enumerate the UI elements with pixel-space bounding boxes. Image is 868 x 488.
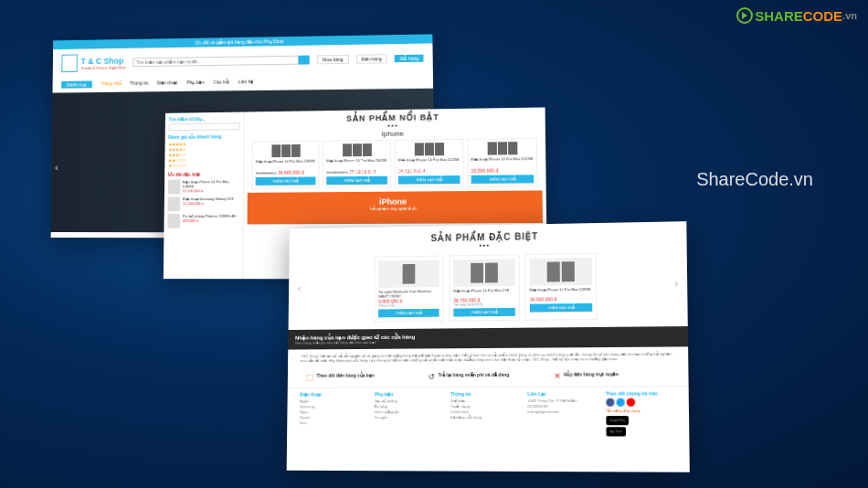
logo-name: T & C Shop xyxy=(80,56,125,65)
promo-subtitle: Trải nghiệm công nghệ tối ưu xyxy=(253,206,537,212)
feature-row: ⬚Theo dõi đơn hàng của bạn ↺Trả lại hàng… xyxy=(288,366,689,387)
search-button[interactable] xyxy=(299,56,310,65)
nav-home[interactable]: Trang chủ xyxy=(101,80,121,88)
rec-thumb xyxy=(168,196,181,211)
footer-link[interactable]: Tai nghe xyxy=(375,415,441,420)
footer-col-info: Thông tin xyxy=(450,391,518,397)
rec-item[interactable]: Điện thoại Samsung Galaxy S2322,500,000 … xyxy=(168,196,239,211)
add-to-cart-button[interactable]: THÊM VÀO GIỎ xyxy=(453,308,514,317)
add-to-cart-button[interactable]: THÊM VÀO GIỎ xyxy=(398,175,460,185)
product-card[interactable]: Điện thoại iPhone 12 Pro Max 128GB34,000… xyxy=(525,253,598,321)
watermark-copyright: Copyright © ShareCode.vn xyxy=(346,455,521,472)
footer-col-phones: Điện thoại xyxy=(300,391,365,397)
rec-name: Điện thoại iPhone 14 Pro Max 128GB xyxy=(183,179,239,188)
twitter-icon[interactable] xyxy=(616,398,624,407)
google-play-button[interactable]: Google Play xyxy=(606,416,629,425)
new-price: 35,200,000 đ xyxy=(349,169,376,175)
add-to-cart-button[interactable]: THÊM VÀO GIỎ xyxy=(378,309,439,318)
screenshot-special: SẢN PHẨM ĐẶC BIỆT ⬥⬥⬥ ‹ Tai nghe Bluetoo… xyxy=(287,221,690,472)
sidebar-search-title: Tìm kiếm từ đây... xyxy=(169,116,240,122)
rating-filter[interactable]: ★★★★★★★★★☆★★★☆☆★★☆☆☆★☆☆☆☆ xyxy=(168,141,239,168)
product-name: Điện thoại iPhone 14 Pro Max 256GB xyxy=(326,158,387,168)
shop-logo[interactable]: T & C Shop Trends & Choice, Right Here xyxy=(61,54,125,73)
old-price: 39,500,000 đ xyxy=(326,170,347,175)
product-name: Điện thoại iPhone 14 Pro Max 512GB xyxy=(398,157,460,167)
add-to-cart-button[interactable]: THÊM VÀO GIỎ xyxy=(471,175,535,184)
sidebar-rec-title: Ưu đãi đặc biệt xyxy=(168,171,239,177)
nav-accessories[interactable]: Phụ kiện xyxy=(186,80,205,87)
stock-note: Tạm dừng (từ 6/9/2023) xyxy=(453,302,514,307)
orders-link[interactable]: Mua hàng xyxy=(317,55,349,64)
product-row: Điện thoại iPhone 14 Pro Max 128GB39,500… xyxy=(248,138,543,189)
product-name: Điện thoại iPhone 14 Pro Max 512GB xyxy=(471,156,534,166)
footer-col-contact: Liên Lạc xyxy=(527,391,596,397)
sidebar: Tìm kiếm từ đây... Đánh giá của khách hà… xyxy=(164,112,245,280)
carousel-prev-icon[interactable]: ‹ xyxy=(55,162,58,172)
product-card[interactable]: Điện thoại iPhone 14 Pro Max 256GB39,500… xyxy=(323,140,391,188)
youtube-icon[interactable] xyxy=(626,398,634,407)
footer-link[interactable]: Hệ thống cửa hàng xyxy=(450,415,518,420)
about-text: "T&C Shop" hết hẹn sự trải trải nghiệm s… xyxy=(288,346,688,367)
app-store-button[interactable]: App Store xyxy=(606,427,626,436)
nav-contact[interactable]: Liên hệ xyxy=(238,79,254,86)
logo-tagline: Trends & Choice, Right Here xyxy=(80,65,125,70)
feature-track: Theo dõi đơn hàng của bạn xyxy=(317,373,375,378)
nav-phones[interactable]: Điện thoại xyxy=(157,80,177,87)
delivery-banner: Nhận hàng của bạn được giao từ các cửa h… xyxy=(288,326,688,350)
product-card[interactable]: Điện thoại iPhone 14 Pro Max 512GB23,500… xyxy=(467,138,537,187)
product-image xyxy=(530,258,592,286)
footer-col-acc: Phụ kiện xyxy=(375,391,441,397)
footer-col-follow: Theo dõi chúng tôi trên xyxy=(606,390,676,396)
return-icon: ↺ xyxy=(429,372,436,381)
rec-thumb xyxy=(168,180,180,195)
special-row: ‹ Tai nghe Bluetooth True Wireless HAVIT… xyxy=(289,251,688,323)
feature-cancel: Hủy đơn hàng trực tuyến xyxy=(564,371,619,377)
logo-icon xyxy=(61,54,77,72)
footer-email: tcshop@gmail.com xyxy=(527,409,596,415)
nav-categories[interactable]: Danh mục xyxy=(61,80,92,88)
rec-price: 22,500,000 đ xyxy=(183,201,234,206)
product-image xyxy=(453,259,514,287)
rec-item[interactable]: Pin dự phòng Polymer 10000mAh400,000 đ xyxy=(167,214,239,228)
location-icon: ⬚ xyxy=(306,373,314,382)
new-price: 26,800,000 đ xyxy=(398,168,425,174)
watermark-text-1: SHARE xyxy=(755,8,803,24)
feature-return: Trả lại hàng miễn phí và dễ dàng xyxy=(439,372,510,377)
watermark-icon xyxy=(736,7,753,24)
new-price: 23,500,000 đ xyxy=(471,168,499,174)
stock-note: Không có sẵn xyxy=(378,303,439,308)
promo-title: iPhone xyxy=(379,197,407,207)
footer-link[interactable]: Vivo xyxy=(300,420,365,426)
nav-faq[interactable]: Câu hỏi xyxy=(214,80,229,87)
rec-price: 400,000 đ xyxy=(183,218,237,223)
sidebar-rating-title: Đánh giá của khách hàng xyxy=(168,133,239,140)
rec-thumb xyxy=(167,214,180,228)
product-name: Điện thoại iPhone 14 Pro Max 128GB xyxy=(256,159,316,169)
watermark-logo: SHARECODE.vn xyxy=(736,7,857,24)
promo-banner[interactable]: iPhone Trải nghiệm công nghệ tối ưu xyxy=(248,190,543,224)
product-card[interactable]: Điện thoại iPhone 14 Pro Max 512GB26,800… xyxy=(395,139,464,188)
search-input[interactable] xyxy=(132,56,299,68)
product-image xyxy=(378,260,439,288)
rec-price: 22,500,000 đ xyxy=(183,188,239,193)
add-to-cart-button[interactable]: THÊM VÀO GIỎ xyxy=(256,176,316,185)
carousel-next-icon[interactable]: › xyxy=(674,279,678,289)
rec-item[interactable]: Điện thoại iPhone 14 Pro Max 128GB22,500… xyxy=(168,179,239,194)
product-card[interactable]: Tai nghe Bluetooth True Wireless HAVIT T… xyxy=(374,256,444,323)
add-to-cart-button[interactable]: THÊM VÀO GIỎ xyxy=(530,303,592,313)
product-card[interactable]: Điện thoại iPhone 14 Pro Max 1TB36,750,0… xyxy=(449,254,519,321)
add-to-cart-button[interactable]: THÊM VÀO GIỎ xyxy=(326,176,387,186)
search-form xyxy=(132,56,310,68)
wishlist-link[interactable]: Đơn hàng xyxy=(356,54,387,64)
carousel-prev-icon[interactable]: ‹ xyxy=(298,283,301,293)
watermark-tld: .vn xyxy=(842,10,857,21)
sidebar-search-input[interactable] xyxy=(169,122,240,131)
nav-info[interactable]: Thông tin xyxy=(130,80,148,88)
new-price: 34,000,000 đ xyxy=(530,296,592,302)
old-price: 39,500,000 đ xyxy=(256,171,277,175)
product-card[interactable]: Điện thoại iPhone 14 Pro Max 128GB39,500… xyxy=(252,141,320,189)
footer: Điện thoạiAppleSamsungOppoXiaomiVivo Phụ… xyxy=(287,386,689,440)
cart-button[interactable]: Giỏ hàng xyxy=(395,55,423,62)
cancel-icon: ✕ xyxy=(554,372,561,381)
facebook-icon[interactable] xyxy=(606,398,614,407)
